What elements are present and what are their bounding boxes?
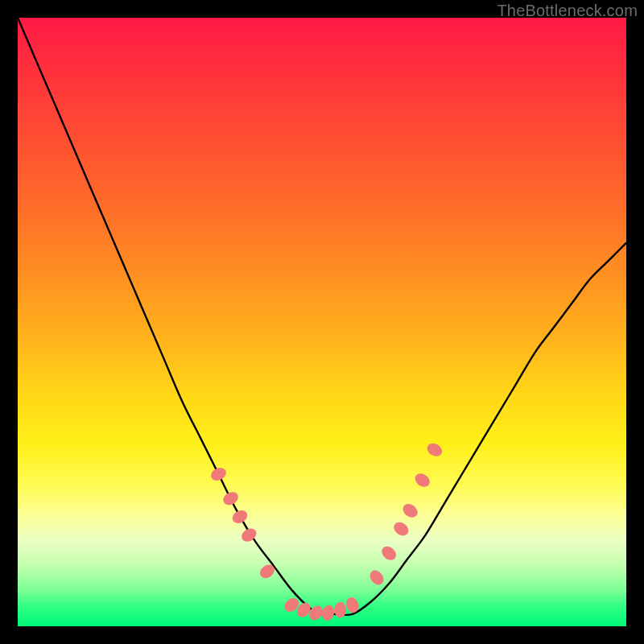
bottleneck-curve-path	[18, 18, 626, 615]
curve-marker	[391, 519, 411, 539]
curve-marker	[425, 440, 444, 459]
curve-markers	[208, 440, 444, 622]
curve-marker	[400, 502, 420, 521]
curve-marker	[412, 471, 432, 489]
bottleneck-curve-svg	[18, 18, 626, 626]
curve-marker	[221, 489, 240, 507]
curve-marker	[367, 568, 386, 588]
chart-stage: TheBottleneck.com	[0, 0, 644, 644]
curve-marker	[320, 604, 336, 622]
curve-marker	[334, 602, 346, 618]
curve-marker	[208, 465, 228, 483]
curve-marker	[379, 543, 399, 563]
plot-area	[18, 18, 626, 626]
watermark-text: TheBottleneck.com	[497, 2, 638, 20]
curve-marker	[230, 508, 250, 526]
curve-marker	[258, 562, 278, 581]
